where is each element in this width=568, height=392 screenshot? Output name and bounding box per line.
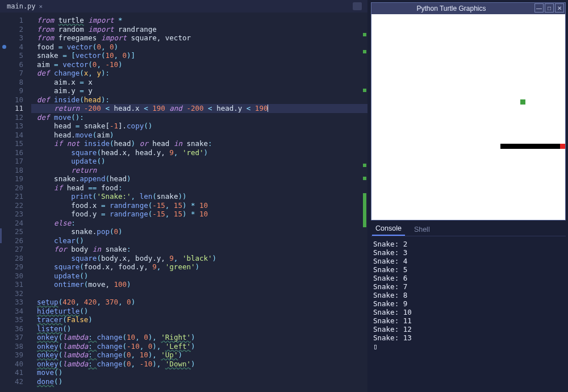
- line-number[interactable]: 4: [0, 43, 31, 52]
- code-line[interactable]: else:: [31, 219, 367, 228]
- line-number[interactable]: 37: [0, 333, 31, 342]
- line-number[interactable]: 26: [0, 236, 31, 245]
- code-line[interactable]: head.move(aim): [31, 131, 367, 140]
- code-line[interactable]: onkey(lambda: change(0, -10), 'Down'): [31, 360, 367, 369]
- line-number[interactable]: 30: [0, 272, 31, 281]
- code-line[interactable]: return: [31, 166, 367, 175]
- turtle-titlebar[interactable]: Python Turtle Graphics — □ ✕: [371, 3, 565, 14]
- maximize-icon[interactable]: □: [545, 3, 554, 12]
- code-line[interactable]: snake = [vector(10, 0)]: [31, 51, 367, 60]
- line-number[interactable]: 34: [0, 307, 31, 316]
- line-number[interactable]: 8: [0, 78, 31, 87]
- code-line[interactable]: from turtle import *: [31, 16, 367, 25]
- line-number[interactable]: 6: [0, 60, 31, 69]
- line-number[interactable]: 32: [0, 289, 31, 298]
- line-number[interactable]: 16: [0, 148, 31, 157]
- code-line[interactable]: move(): [31, 368, 367, 377]
- code-line[interactable]: [31, 289, 367, 298]
- code-line[interactable]: from random import randrange: [31, 25, 367, 34]
- line-number[interactable]: 12: [0, 113, 31, 122]
- editor-tab-main-py[interactable]: main.py ×: [3, 1, 46, 12]
- line-number[interactable]: 31: [0, 280, 31, 289]
- code-line[interactable]: from freegames import square, vector: [31, 34, 367, 43]
- line-number[interactable]: 28: [0, 254, 31, 263]
- code-line[interactable]: if not inside(head) or head in snake:: [31, 139, 367, 148]
- line-number[interactable]: 35: [0, 315, 31, 324]
- code-line[interactable]: aim.y = y: [31, 86, 367, 95]
- code-area[interactable]: 1234567891011121314151617181920212223242…: [0, 12, 367, 392]
- line-number[interactable]: 39: [0, 351, 31, 360]
- code-line[interactable]: hideturtle(): [31, 307, 367, 316]
- close-icon[interactable]: ×: [39, 3, 43, 10]
- line-number[interactable]: 1: [0, 16, 31, 25]
- line-number[interactable]: 33: [0, 298, 31, 307]
- console-tab-shell[interactable]: Shell: [411, 223, 433, 236]
- code-line[interactable]: food.y = randrange(-15, 15) * 10: [31, 210, 367, 219]
- code-line[interactable]: done(): [31, 377, 367, 386]
- line-number[interactable]: 21: [0, 192, 31, 201]
- code-line[interactable]: setup(420, 420, 370, 0): [31, 298, 367, 307]
- line-number[interactable]: 18: [0, 166, 31, 175]
- line-number[interactable]: 19: [0, 174, 31, 184]
- code-line[interactable]: square(body.x, body.y, 9, 'black'): [31, 254, 367, 263]
- minimap[interactable]: [362, 12, 366, 392]
- code-text[interactable]: from turtle import *from random import r…: [31, 12, 367, 392]
- console-tab-console[interactable]: Console: [372, 222, 405, 236]
- code-line[interactable]: def move():: [31, 113, 367, 122]
- breakpoint-icon[interactable]: [2, 45, 6, 49]
- code-line[interactable]: head = snake[-1].copy(): [31, 122, 367, 131]
- line-number[interactable]: 20: [0, 184, 31, 193]
- code-line[interactable]: square(head.x, head.y, 9, 'red'): [31, 148, 367, 157]
- line-gutter[interactable]: 1234567891011121314151617181920212223242…: [0, 12, 31, 392]
- line-number[interactable]: 36: [0, 324, 31, 333]
- code-line[interactable]: snake.append(head): [31, 174, 367, 184]
- line-number[interactable]: 23: [0, 210, 31, 219]
- line-number[interactable]: 13: [0, 122, 31, 131]
- line-number[interactable]: 2: [0, 25, 31, 34]
- line-number[interactable]: 7: [0, 69, 31, 78]
- code-line[interactable]: tracer(False): [31, 315, 367, 324]
- code-line[interactable]: listen(): [31, 324, 367, 333]
- line-number[interactable]: 38: [0, 342, 31, 351]
- line-number[interactable]: 42: [0, 377, 31, 386]
- code-line[interactable]: update(): [31, 272, 367, 281]
- code-line[interactable]: def change(x, y):: [31, 69, 367, 78]
- line-number[interactable]: 25: [0, 227, 31, 236]
- code-line[interactable]: for body in snake:: [31, 245, 367, 254]
- minimize-icon[interactable]: —: [534, 3, 544, 12]
- line-number[interactable]: 22: [0, 201, 31, 210]
- code-line[interactable]: snake.pop(0): [31, 227, 367, 236]
- line-number[interactable]: 40: [0, 360, 31, 369]
- line-number[interactable]: 10: [0, 95, 31, 105]
- line-number[interactable]: 17: [0, 157, 31, 166]
- console-output[interactable]: Snake: 2 Snake: 3 Snake: 4 Snake: 5 Snak…: [371, 236, 566, 390]
- code-line[interactable]: onkey(lambda: change(10, 0), 'Right'): [31, 333, 367, 342]
- code-line[interactable]: food = vector(0, 0): [31, 43, 367, 52]
- code-line[interactable]: def inside(head):: [31, 95, 367, 105]
- code-line[interactable]: print('Snake:', len(snake)): [31, 192, 367, 201]
- line-number[interactable]: 15: [0, 139, 31, 148]
- line-number[interactable]: 3: [0, 34, 31, 43]
- line-number[interactable]: 5: [0, 51, 31, 60]
- code-line[interactable]: ontimer(move, 100): [31, 280, 367, 289]
- code-line[interactable]: clear(): [31, 236, 367, 245]
- line-number[interactable]: 27: [0, 245, 31, 254]
- line-number[interactable]: 11: [0, 104, 31, 113]
- line-number[interactable]: 14: [0, 131, 31, 140]
- code-line[interactable]: update(): [31, 157, 367, 166]
- code-line[interactable]: onkey(lambda: change(-10, 0), 'Left'): [31, 342, 367, 351]
- line-number[interactable]: 41: [0, 368, 31, 377]
- code-line[interactable]: square(food.x, food.y, 9, 'green'): [31, 262, 367, 272]
- code-line[interactable]: return -200 < head.x < 190 and -200 < he…: [31, 104, 367, 113]
- line-number[interactable]: 9: [0, 86, 31, 95]
- code-line[interactable]: onkey(lambda: change(0, 10), 'Up'): [31, 351, 367, 360]
- code-line[interactable]: food.x = randrange(-15, 15) * 10: [31, 201, 367, 210]
- code-line[interactable]: aim.x = x: [31, 78, 367, 87]
- toolbar-menu-icon[interactable]: [353, 2, 362, 10]
- line-number[interactable]: 29: [0, 262, 31, 272]
- minimap-viewport[interactable]: [363, 193, 366, 227]
- close-icon[interactable]: ✕: [555, 3, 564, 12]
- line-number[interactable]: 24: [0, 219, 31, 228]
- code-line[interactable]: aim = vector(0, -10): [31, 60, 367, 69]
- code-line[interactable]: if head == food:: [31, 184, 367, 193]
